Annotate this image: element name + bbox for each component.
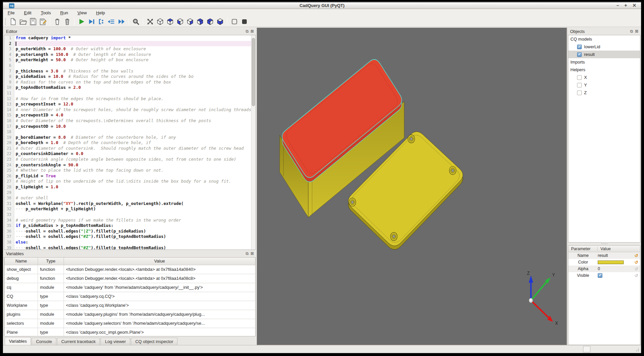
code-line[interactable]: 32····p_outerHeight + p_lipHeight) — [4, 206, 251, 212]
table-row[interactable]: Workplanetype<class 'cadquery.cq.Workpla… — [5, 301, 255, 310]
code-line[interactable]: 6 — [4, 63, 251, 69]
undo-icon[interactable]: ↺ — [633, 273, 640, 278]
code-line[interactable]: 39····oshell = oshell.edges("#Z").fillet… — [4, 245, 251, 250]
step-button[interactable] — [107, 17, 116, 26]
code-line[interactable]: 25# Whether to place the lid with the to… — [4, 168, 251, 173]
code-line[interactable]: 33 — [4, 212, 251, 218]
objects-item-y[interactable]: Y — [568, 81, 640, 89]
viewport-3d[interactable]: Z Y X — [257, 28, 567, 345]
tab-console[interactable]: Console — [32, 338, 56, 345]
code-line[interactable]: 11 — [4, 90, 251, 96]
debug-button[interactable] — [87, 17, 96, 26]
new-file-button[interactable] — [9, 17, 17, 26]
wireframe-button[interactable] — [230, 17, 239, 26]
fit-view-button[interactable] — [146, 17, 155, 26]
view-front-button[interactable] — [186, 17, 194, 26]
tab-current-traceback[interactable]: Current traceback — [57, 338, 100, 345]
code-line[interactable]: 22p_countersinkDiameter = 0.0 — [4, 151, 251, 157]
table-row[interactable]: CQtype<class 'cadquery.cq.CQ'> — [5, 292, 255, 301]
code-line[interactable]: 19p_boreDiameter = 8.0 # Diameter of the… — [4, 135, 251, 140]
render-button[interactable] — [77, 17, 86, 26]
variables-float-icon[interactable]: ⧉ — [246, 251, 249, 256]
code-line[interactable]: 4p_outerLength = 150.0 # Outer length of… — [4, 52, 251, 58]
table-row[interactable]: show_objectfunction<function Debugger.re… — [5, 265, 255, 274]
undo-icon[interactable]: ↺ — [633, 260, 640, 265]
menu-edit[interactable]: Edit — [24, 10, 31, 15]
visibility-checkbox[interactable] — [577, 83, 582, 88]
code-line[interactable]: 34# weird geometry happens if we make th… — [4, 218, 251, 223]
table-row[interactable]: pluginsmodule<module 'cadquery.plugins' … — [5, 310, 255, 319]
table-row[interactable]: cqmodule<module 'cadquery' from '/home/a… — [5, 283, 255, 292]
table-row[interactable]: Planetype<class 'cadquery.occ_impl.geom.… — [5, 328, 255, 336]
code-line[interactable]: 9# Radius for the curves on the top and … — [4, 80, 251, 85]
code-line[interactable]: 18 — [4, 129, 251, 135]
dock-drag-handle[interactable] — [568, 243, 640, 245]
continue-button[interactable] — [117, 17, 126, 26]
code-line[interactable]: 20p_boreDepth = 1.0 # Depth of the count… — [4, 140, 251, 146]
code-line[interactable]: 27# Height of lip on the underside of th… — [4, 179, 251, 184]
tab-cq-object-inspector[interactable]: CQ object inspector — [131, 338, 177, 345]
editor-close-icon[interactable]: ⊠ — [250, 29, 254, 34]
menu-help[interactable]: Help — [96, 10, 105, 15]
code-line[interactable]: 24p_countersinkAngle = 90.0 — [4, 162, 251, 168]
code-line[interactable]: 16# Outer Diameter of the screwposts.\nD… — [4, 118, 251, 124]
close-button[interactable]: ✕ — [632, 3, 636, 8]
variables-column-header[interactable]: Name — [5, 258, 38, 265]
variables-column-header[interactable]: Value — [64, 258, 255, 265]
objects-item-z[interactable]: Z — [568, 89, 640, 96]
code-line[interactable]: 15p_screwpostID = 4.0 — [4, 112, 251, 118]
variables-close-icon[interactable]: ⊠ — [250, 251, 254, 256]
code-line[interactable]: 35if p_sideRadius > p_topAndBottomRadius… — [4, 223, 251, 229]
save-button[interactable] — [29, 17, 37, 26]
save-as-button[interactable] — [39, 17, 47, 26]
view-left-button[interactable] — [206, 17, 214, 26]
code-line[interactable]: 37····oshell = oshell.edges("#Z").fillet… — [4, 234, 251, 240]
code-line[interactable]: 36····oshell = oshell.edges("|Z").fillet… — [4, 229, 251, 234]
objects-float-icon[interactable]: ⧉ — [630, 29, 633, 34]
delete-all-button[interactable] — [63, 17, 72, 26]
code-line[interactable]: 28p_lipHeight = 1.0 — [4, 184, 251, 190]
code-line[interactable]: 5p_outerHeight = 50.0 # Outer height of … — [4, 57, 251, 63]
objects-group-imports[interactable]: Imports — [568, 58, 640, 66]
menu-tools[interactable]: Tools — [41, 10, 51, 15]
minimize-button[interactable]: – — [616, 3, 619, 8]
tab-log-viewer[interactable]: Log viewer — [101, 338, 130, 345]
code-line[interactable]: 30# outer shell — [4, 195, 251, 201]
view-back-button[interactable] — [196, 17, 204, 26]
editor-scrollbar[interactable] — [251, 35, 255, 250]
maximize-button[interactable]: + — [624, 3, 627, 8]
code-line[interactable]: 23# Countersink angle (complete angle be… — [4, 157, 251, 162]
visibility-checkbox[interactable] — [577, 52, 582, 57]
code-line[interactable]: 7p_thickness = 3.0 # Thickness of the bo… — [4, 69, 251, 74]
objects-group-helpers[interactable]: Helpers — [568, 66, 640, 74]
code-line[interactable]: 13p_screwpostInset = 12.0 — [4, 101, 251, 107]
table-row[interactable]: debugfunction<function Debugger.render.<… — [5, 274, 255, 283]
parameter-value[interactable]: result — [598, 253, 633, 258]
visibility-checkbox[interactable] — [577, 90, 582, 95]
view-right-button[interactable] — [216, 17, 224, 26]
search-button[interactable] — [132, 17, 140, 26]
objects-item-result[interactable]: result — [568, 51, 640, 58]
objects-item-x[interactable]: X — [568, 74, 640, 81]
code-line[interactable]: 3p_outerWidth = 100.0 # Outer width of b… — [4, 46, 251, 52]
visible-checkbox[interactable] — [598, 273, 602, 278]
code-line[interactable]: 2 — [4, 41, 251, 47]
code-line[interactable]: 29 — [4, 190, 251, 196]
color-swatch[interactable] — [598, 261, 624, 264]
code-line[interactable]: 38else: — [4, 240, 251, 245]
view-bottom-button[interactable] — [176, 17, 184, 26]
code-line[interactable]: 1from cadquery import * — [4, 35, 251, 41]
visibility-checkbox[interactable] — [577, 75, 582, 80]
breakpoints-button[interactable] — [97, 17, 106, 26]
objects-group-cq-models[interactable]: CQ models — [568, 35, 640, 43]
editor-float-icon[interactable]: ⧉ — [246, 29, 249, 34]
undo-icon[interactable]: ↺ — [633, 267, 640, 271]
parameter-value[interactable] — [598, 273, 633, 278]
menu-file[interactable]: File — [8, 10, 15, 15]
undo-icon[interactable]: ↺ — [633, 253, 640, 258]
delete-button[interactable] — [53, 17, 62, 26]
menu-run[interactable]: Run — [60, 10, 68, 15]
open-file-button[interactable] — [19, 17, 27, 26]
code-editor[interactable]: 1from cadquery import *23p_outerWidth = … — [4, 35, 251, 250]
code-line[interactable]: 31oshell = Workplane("XY").rect(p_outerW… — [4, 201, 251, 207]
